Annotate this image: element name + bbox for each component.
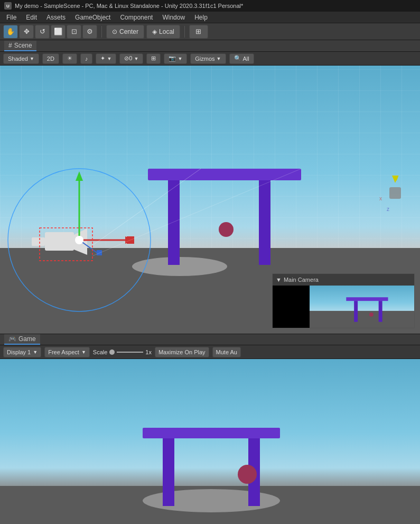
- center-label: Center: [119, 28, 138, 35]
- 2d-label: 2D: [47, 56, 54, 62]
- toolbar-separator: [101, 26, 102, 38]
- game-tab-label: Game: [18, 335, 36, 343]
- svg-point-30: [369, 312, 374, 317]
- preview-scene-area: [310, 286, 414, 328]
- game-tab[interactable]: 🎮 Game: [4, 334, 40, 345]
- svg-rect-3: [168, 180, 180, 265]
- scale-knob[interactable]: [109, 350, 115, 355]
- toolbar: ✋ ✥ ↺ ⬜ ⊡ ⚙ ⊙ Center ◈ Local ⊞: [0, 23, 420, 40]
- preview-title: Main Camera: [284, 277, 319, 283]
- svg-line-19: [92, 169, 201, 245]
- svg-rect-6: [45, 232, 74, 251]
- rect-tool-button[interactable]: ⊡: [67, 25, 81, 39]
- svg-rect-8: [32, 237, 45, 246]
- scale-control: Scale 1x: [93, 349, 152, 355]
- scale-tool-button[interactable]: ⬜: [51, 25, 66, 39]
- display-dropdown-arrow-icon: ▼: [33, 350, 38, 355]
- preview-black-area: [273, 286, 310, 328]
- menu-help[interactable]: Help: [190, 13, 212, 22]
- game-panel: 🎮 Game Display 1 ▼ Free Aspect ▼ Scale 1…: [0, 334, 420, 524]
- game-controller-icon: 🎮: [8, 335, 16, 343]
- local-icon: ◈: [152, 28, 157, 35]
- title-bar: U My demo - SampleScene - PC, Mac & Linu…: [0, 0, 420, 12]
- svg-point-5: [219, 222, 234, 237]
- center-icon: ⊙: [112, 28, 117, 35]
- svg-point-16: [75, 236, 83, 244]
- game-viewport[interactable]: CSDN @只研朱墨作春山: [0, 359, 420, 524]
- local-label: Local: [159, 28, 174, 35]
- scene-hashtag-icon: #: [8, 42, 12, 49]
- scene-header: # Scene: [0, 40, 420, 52]
- display-label: Display 1: [7, 349, 31, 355]
- menu-component[interactable]: Component: [116, 13, 157, 22]
- svg-marker-10: [76, 171, 83, 181]
- game-scene-objects: [0, 359, 420, 524]
- fx-icon: ✦: [100, 55, 105, 62]
- scene-tab-label: Scene: [14, 42, 32, 49]
- svg-point-36: [238, 465, 257, 484]
- toolbar-separator-2: [184, 26, 185, 38]
- audio-button[interactable]: ♪: [80, 53, 93, 64]
- all-label: All: [243, 56, 249, 62]
- scene-viewport[interactable]: y x z ▼ Main Camera: [0, 66, 420, 334]
- svg-rect-15: [97, 250, 102, 255]
- center-button[interactable]: ⊙ Center: [106, 25, 144, 39]
- lighting-button[interactable]: ☀: [62, 53, 77, 64]
- svg-text:x: x: [379, 196, 382, 201]
- menu-edit[interactable]: Edit: [22, 13, 41, 22]
- gizmos-dropdown[interactable]: Gizmos ▼: [190, 53, 226, 64]
- maximize-label: Maximize On Play: [158, 349, 206, 355]
- svg-rect-28: [354, 301, 358, 322]
- svg-rect-26: [310, 311, 414, 328]
- camera-icon: 📷: [169, 55, 176, 62]
- camera-dropdown-arrow-icon: ▼: [178, 56, 182, 61]
- mute-label: Mute Au: [216, 349, 237, 355]
- svg-rect-27: [346, 297, 388, 301]
- gizmos-label: Gizmos: [195, 56, 214, 62]
- rotate-tool-button[interactable]: ↺: [35, 25, 50, 39]
- svg-rect-33: [143, 428, 280, 438]
- game-header: 🎮 Game: [0, 334, 420, 345]
- camera-dropdown[interactable]: 📷 ▼: [164, 53, 187, 64]
- aspect-dropdown-arrow-icon: ▼: [81, 350, 86, 355]
- svg-rect-29: [379, 301, 382, 322]
- scene-tab[interactable]: # Scene: [4, 41, 36, 51]
- mute-audio-button[interactable]: Mute Au: [212, 347, 241, 357]
- search-btn[interactable]: 🔍 All: [229, 53, 254, 64]
- preview-triangle-icon: ▼: [276, 277, 282, 283]
- move-tool-button[interactable]: ✥: [19, 25, 34, 39]
- extra-tool-button[interactable]: ⊞: [189, 25, 208, 39]
- search-icon: 🔍: [234, 55, 241, 62]
- main-camera-preview: ▼ Main Camera: [272, 273, 415, 328]
- menu-gameobject[interactable]: GameObject: [71, 13, 115, 22]
- svg-rect-25: [389, 187, 401, 199]
- display-dropdown[interactable]: Display 1 ▼: [3, 347, 41, 357]
- layer-dropdown[interactable]: ⊘0 ▼: [119, 53, 143, 64]
- menu-assets[interactable]: Assets: [42, 13, 70, 22]
- scale-value: 1x: [145, 349, 152, 355]
- unity-logo-icon: U: [4, 2, 12, 10]
- transform-tool-button[interactable]: ⚙: [82, 25, 97, 39]
- shaded-dropdown[interactable]: Shaded ▼: [3, 53, 39, 64]
- local-button[interactable]: ◈ Local: [146, 25, 180, 39]
- svg-rect-34: [163, 438, 174, 506]
- game-toolbar: Display 1 ▼ Free Aspect ▼ Scale 1x Maxim…: [0, 345, 420, 359]
- svg-text:z: z: [387, 206, 389, 212]
- scene-toolbar: Shaded ▼ 2D ☀ ♪ ✦ ▼ ⊘0 ▼ ⊞ 📷 ▼ Gizmos ▼ …: [0, 52, 420, 66]
- menu-window[interactable]: Window: [158, 13, 189, 22]
- svg-rect-4: [259, 180, 270, 265]
- aspect-dropdown[interactable]: Free Aspect ▼: [44, 347, 90, 357]
- layer-icon: ⊘0: [124, 55, 132, 62]
- window-title: My demo - SampleScene - PC, Mac & Linux …: [15, 3, 243, 9]
- hand-tool-button[interactable]: ✋: [3, 25, 18, 39]
- preview-header: ▼ Main Camera: [273, 274, 414, 286]
- maximize-on-play-button[interactable]: Maximize On Play: [155, 347, 209, 357]
- menu-file[interactable]: File: [2, 13, 21, 22]
- preview-content: [273, 286, 414, 328]
- grid-button[interactable]: ⊞: [146, 53, 161, 64]
- shaded-dropdown-arrow-icon: ▼: [30, 56, 34, 61]
- layer-dropdown-arrow-icon: ▼: [134, 56, 138, 61]
- fx-dropdown[interactable]: ✦ ▼: [96, 53, 116, 64]
- 2d-button[interactable]: 2D: [42, 53, 59, 64]
- gizmos-dropdown-arrow-icon: ▼: [217, 56, 221, 61]
